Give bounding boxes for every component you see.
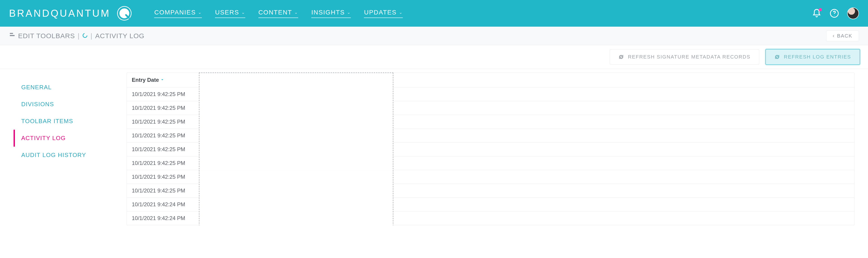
- table-row[interactable]: 10/1/2021 9:42:24 PM: [127, 198, 854, 212]
- nav-label: COMPANIES: [154, 9, 196, 16]
- notification-dot-icon: [819, 8, 822, 11]
- cell-rest: [199, 132, 854, 139]
- nav-label: INSIGHTS: [311, 9, 345, 16]
- table-row[interactable]: 10/1/2021 9:42:25 PM: [127, 129, 854, 142]
- breadcrumb-title: EDIT TOOLBARS: [18, 32, 75, 40]
- column-header-label: Entry Date: [132, 77, 159, 83]
- cell-rest: [199, 201, 854, 208]
- main-menu: COMPANIES ⌄ USERS ⌄ CONTENT ⌄ INSIGHTS ⌄…: [154, 9, 403, 18]
- cell-rest: [199, 91, 854, 98]
- action-bar: REFRESH SIGNATURE METADATA RECORDS REFRE…: [0, 45, 868, 69]
- cell-rest: [199, 187, 854, 194]
- activity-log-table: Entry Date 10/1/2021 9:42:25 PM10/1/2021…: [127, 72, 855, 225]
- refresh-metadata-label: REFRESH SIGNATURE METADATA RECORDS: [628, 54, 750, 60]
- content-area: Entry Date 10/1/2021 9:42:25 PM10/1/2021…: [127, 72, 868, 225]
- sidebar-item-general[interactable]: GENERAL: [13, 79, 118, 96]
- cell-rest: [199, 104, 854, 111]
- nav-label: CONTENT: [258, 9, 292, 16]
- cell-entry-date: 10/1/2021 9:42:25 PM: [127, 88, 199, 101]
- brand-wordmark: BRANDQUANTUM: [9, 8, 110, 19]
- nav-label: UPDATES: [364, 9, 397, 16]
- cell-entry-date: 10/1/2021 9:42:25 PM: [127, 129, 199, 142]
- brand-word-1: BRAND: [9, 8, 51, 19]
- help-icon: [830, 8, 839, 18]
- brand-word-2: QUANTUM: [51, 8, 110, 19]
- nav-content[interactable]: CONTENT ⌄: [258, 9, 298, 18]
- cell-rest: [199, 160, 854, 167]
- chevron-left-icon: ‹: [833, 33, 835, 39]
- back-label: BACK: [837, 33, 852, 39]
- svg-point-2: [834, 15, 835, 15]
- avatar-icon: [847, 7, 859, 19]
- chevron-down-icon: ⌄: [347, 10, 351, 15]
- breadcrumb-separator: |: [90, 32, 92, 40]
- main-body: GENERAL DIVISIONS TOOLBAR ITEMS ACTIVITY…: [0, 69, 868, 225]
- nav-insights[interactable]: INSIGHTS ⌄: [311, 9, 351, 18]
- sidebar-item-label: DIVISIONS: [21, 101, 54, 107]
- table-header-row: Entry Date: [127, 73, 854, 88]
- sidebar-item-label: GENERAL: [21, 84, 52, 91]
- cell-rest: [199, 118, 854, 125]
- breadcrumb-separator: |: [78, 32, 80, 40]
- cell-rest: [199, 215, 854, 222]
- table-row[interactable]: 10/1/2021 9:42:24 PM: [127, 212, 854, 225]
- brand: BRANDQUANTUM: [9, 6, 131, 21]
- help-button[interactable]: [830, 8, 839, 18]
- back-button[interactable]: ‹ BACK: [826, 31, 859, 41]
- nav-updates[interactable]: UPDATES ⌄: [364, 9, 403, 18]
- chevron-down-icon: ⌄: [294, 10, 298, 15]
- breadcrumb: EDIT TOOLBARS | | ACTIVITY LOG: [9, 32, 145, 40]
- chevron-down-icon: ⌄: [241, 10, 245, 15]
- table-row[interactable]: 10/1/2021 9:42:25 PM: [127, 101, 854, 115]
- chevron-down-icon: ⌄: [198, 10, 202, 15]
- notifications-button[interactable]: [812, 8, 822, 18]
- topnav-icons: [812, 7, 859, 19]
- cell-entry-date: 10/1/2021 9:42:25 PM: [127, 170, 199, 184]
- cell-entry-date: 10/1/2021 9:42:25 PM: [127, 184, 199, 197]
- nav-users[interactable]: USERS ⌄: [215, 9, 245, 18]
- chevron-down-icon: ⌄: [399, 10, 403, 15]
- sidebar-item-label: TOOLBAR ITEMS: [21, 118, 73, 125]
- cell-entry-date: 10/1/2021 9:42:25 PM: [127, 142, 199, 156]
- sub-header: EDIT TOOLBARS | | ACTIVITY LOG ‹ BACK: [0, 27, 868, 45]
- cell-entry-date: 10/1/2021 9:42:25 PM: [127, 156, 199, 170]
- breadcrumb-section: ACTIVITY LOG: [95, 32, 145, 40]
- user-menu[interactable]: [847, 7, 859, 19]
- refresh-icon: [774, 54, 780, 60]
- table-row[interactable]: 10/1/2021 9:42:25 PM: [127, 184, 854, 198]
- cell-rest: [199, 173, 854, 181]
- sidebar-item-label: ACTIVITY LOG: [21, 135, 66, 141]
- cell-entry-date: 10/1/2021 9:42:24 PM: [127, 198, 199, 211]
- sidebar-item-label: AUDIT LOG HISTORY: [21, 152, 86, 158]
- sidebar: GENERAL DIVISIONS TOOLBAR ITEMS ACTIVITY…: [13, 72, 118, 164]
- cell-entry-date: 10/1/2021 9:42:25 PM: [127, 115, 199, 129]
- table-row[interactable]: 10/1/2021 9:42:25 PM: [127, 142, 854, 156]
- cell-rest: [199, 146, 854, 153]
- sidebar-item-divisions[interactable]: DIVISIONS: [13, 96, 118, 113]
- sidebar-item-audit-log-history[interactable]: AUDIT LOG HISTORY: [13, 147, 118, 164]
- table-row[interactable]: 10/1/2021 9:42:25 PM: [127, 115, 854, 129]
- table-row[interactable]: 10/1/2021 9:42:25 PM: [127, 88, 854, 101]
- refresh-log-label: REFRESH LOG ENTRIES: [784, 54, 851, 60]
- nav-companies[interactable]: COMPANIES ⌄: [154, 9, 202, 18]
- svg-point-3: [83, 33, 87, 37]
- refresh-metadata-button[interactable]: REFRESH SIGNATURE METADATA RECORDS: [610, 49, 759, 65]
- table-row[interactable]: 10/1/2021 9:42:25 PM: [127, 170, 854, 184]
- cell-entry-date: 10/1/2021 9:42:25 PM: [127, 101, 199, 115]
- toolbar-icon: [9, 32, 16, 40]
- nav-label: USERS: [215, 9, 239, 16]
- loading-spinner-icon: [82, 32, 88, 40]
- brand-logo-icon: [117, 6, 131, 21]
- top-nav: BRANDQUANTUM COMPANIES ⌄ USERS ⌄ CONTENT…: [0, 0, 868, 27]
- sidebar-item-toolbar-items[interactable]: TOOLBAR ITEMS: [13, 113, 118, 130]
- column-header-rest: [199, 76, 854, 84]
- sidebar-item-activity-log[interactable]: ACTIVITY LOG: [13, 130, 118, 147]
- refresh-icon: [618, 54, 624, 60]
- refresh-log-button[interactable]: REFRESH LOG ENTRIES: [766, 49, 860, 65]
- cell-entry-date: 10/1/2021 9:42:24 PM: [127, 212, 199, 225]
- sort-desc-icon: [160, 77, 164, 83]
- column-header-entry-date[interactable]: Entry Date: [127, 73, 199, 87]
- table-row[interactable]: 10/1/2021 9:42:25 PM: [127, 156, 854, 170]
